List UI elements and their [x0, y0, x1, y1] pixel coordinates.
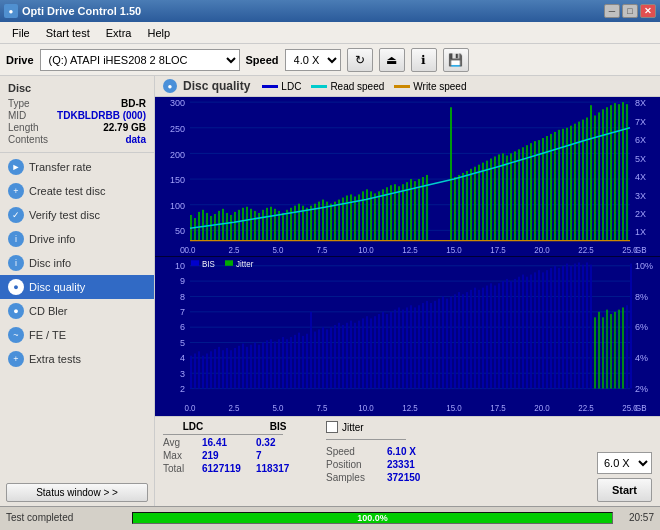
svg-rect-257 [502, 281, 504, 388]
drive-label: Drive [6, 54, 34, 66]
jitter-checkbox[interactable] [326, 421, 338, 433]
total-ldc: 6127119 [202, 463, 252, 474]
svg-rect-242 [442, 296, 444, 388]
svg-rect-197 [262, 343, 264, 389]
svg-rect-132 [602, 109, 604, 240]
svg-rect-189 [230, 350, 232, 388]
progress-bar: 100.0% [133, 513, 612, 523]
svg-rect-44 [230, 215, 232, 241]
disc-type-label: Type [8, 98, 30, 109]
svg-text:GB: GB [635, 246, 647, 255]
menu-start-test[interactable]: Start test [38, 25, 98, 41]
svg-rect-283 [606, 310, 608, 389]
refresh-button[interactable]: ↻ [347, 48, 373, 72]
svg-rect-232 [402, 310, 404, 389]
position-value: 23331 [387, 459, 415, 470]
svg-rect-200 [274, 341, 276, 388]
speed-select[interactable]: 4.0 X [285, 49, 341, 71]
svg-rect-212 [322, 327, 324, 388]
start-button[interactable]: Start [597, 478, 652, 502]
svg-rect-41 [218, 211, 220, 241]
chart-legend: LDC Read speed Write speed [262, 81, 466, 92]
minimize-button[interactable]: ─ [604, 4, 620, 18]
svg-rect-237 [422, 303, 424, 389]
sidebar-item-extra-tests[interactable]: + Extra tests [0, 347, 154, 371]
eject-button[interactable]: ⏏ [379, 48, 405, 72]
drive-select[interactable]: (Q:) ATAPI iHES208 2 8LOC [40, 49, 240, 71]
status-window-button[interactable]: Status window > > [6, 483, 148, 502]
svg-rect-108 [506, 155, 508, 240]
sidebar-item-fe-te[interactable]: ~ FE / TE [0, 323, 154, 347]
svg-rect-234 [410, 305, 412, 388]
disc-contents-value: data [125, 134, 146, 145]
svg-rect-101 [478, 165, 480, 241]
drive-bar: Drive (Q:) ATAPI iHES208 2 8LOC Speed 4.… [0, 44, 660, 76]
svg-rect-104 [490, 159, 492, 241]
svg-rect-216 [338, 323, 340, 389]
svg-rect-75 [354, 197, 356, 241]
svg-rect-57 [282, 213, 284, 241]
svg-rect-247 [462, 294, 464, 388]
svg-rect-220 [354, 323, 356, 389]
svg-rect-205 [294, 335, 296, 389]
save-button[interactable]: 💾 [443, 48, 469, 72]
menu-file[interactable]: File [4, 25, 38, 41]
svg-rect-181 [198, 351, 200, 388]
sidebar-item-disc-quality[interactable]: ● Disc quality [0, 275, 154, 299]
svg-rect-209 [310, 312, 312, 389]
svg-text:2: 2 [180, 382, 185, 393]
sidebar-item-cd-bler[interactable]: ● CD Bler [0, 299, 154, 323]
sidebar-item-transfer-rate[interactable]: ► Transfer rate [0, 155, 154, 179]
svg-rect-35 [194, 218, 196, 241]
svg-rect-245 [454, 294, 456, 388]
avg-label: Avg [163, 437, 198, 448]
svg-rect-278 [586, 262, 588, 388]
svg-rect-271 [558, 268, 560, 389]
svg-rect-188 [226, 348, 228, 389]
svg-rect-288 [626, 305, 628, 388]
maximize-button[interactable]: □ [622, 4, 638, 18]
total-label: Total [163, 463, 198, 474]
svg-rect-128 [586, 118, 588, 241]
svg-rect-225 [374, 316, 376, 388]
sidebar-item-label: Drive info [29, 233, 75, 245]
svg-rect-42 [222, 209, 224, 241]
chart-title-icon: ● [163, 79, 177, 93]
svg-rect-91 [418, 179, 420, 241]
svg-rect-250 [474, 288, 476, 389]
menu-help[interactable]: Help [139, 25, 178, 41]
svg-text:4%: 4% [635, 352, 649, 363]
svg-rect-103 [486, 161, 488, 241]
svg-rect-207 [302, 336, 304, 389]
info-button[interactable]: ℹ [411, 48, 437, 72]
status-bar: Test completed 100.0% 20:57 [0, 506, 660, 528]
svg-rect-214 [330, 327, 332, 388]
svg-rect-240 [434, 301, 436, 389]
svg-rect-255 [494, 286, 496, 389]
app-title: Opti Drive Control 1.50 [22, 5, 141, 17]
verify-test-icon: ✓ [8, 207, 24, 223]
sidebar-item-drive-info[interactable]: i Drive info [0, 227, 154, 251]
svg-rect-256 [498, 283, 500, 388]
sidebar-item-disc-info[interactable]: i Disc info [0, 251, 154, 275]
top-chart: 300 250 200 150 100 50 0 8X 7X 6X 5X 4X … [155, 97, 660, 257]
svg-text:200: 200 [170, 149, 185, 159]
svg-rect-48 [246, 207, 248, 241]
disc-quality-icon: ● [8, 279, 24, 295]
svg-rect-263 [526, 277, 528, 389]
svg-rect-45 [234, 212, 236, 241]
svg-text:12.5: 12.5 [402, 246, 418, 255]
svg-rect-254 [490, 283, 492, 388]
svg-text:3X: 3X [635, 190, 646, 200]
sidebar-item-verify-test[interactable]: ✓ Verify test disc [0, 203, 154, 227]
svg-text:10.0: 10.0 [358, 246, 374, 255]
sidebar-item-create-test[interactable]: + Create test disc [0, 179, 154, 203]
quality-speed-dropdown[interactable]: 6.0 X [597, 452, 652, 474]
menu-extra[interactable]: Extra [98, 25, 140, 41]
svg-rect-127 [582, 120, 584, 241]
drive-info-icon: i [8, 231, 24, 247]
nav-items: ► Transfer rate + Create test disc ✓ Ver… [0, 153, 154, 479]
svg-rect-251 [478, 290, 480, 389]
svg-rect-224 [370, 318, 372, 388]
close-button[interactable]: ✕ [640, 4, 656, 18]
